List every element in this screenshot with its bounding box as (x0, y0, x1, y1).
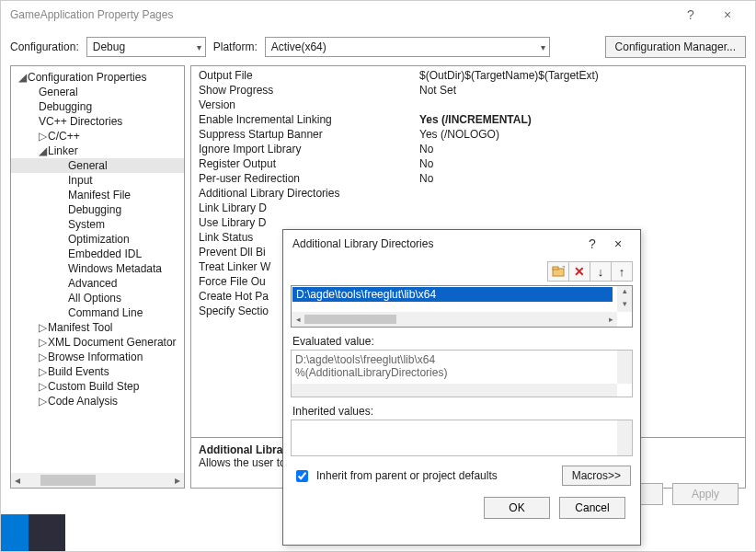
editbox-hscroll[interactable]: ◂▸ (292, 312, 617, 327)
tree-item-linker-general[interactable]: General (11, 158, 184, 173)
property-name: Ignore Import Library (199, 143, 419, 155)
tree-item-linker[interactable]: ◢Linker (11, 144, 184, 158)
property-value[interactable]: Yes (/INCREMENTAL) (419, 113, 738, 126)
window-title: GameApplication Property Pages (10, 8, 672, 21)
property-value[interactable]: No (419, 143, 738, 155)
dialog-title: Additional Library Directories (292, 237, 579, 250)
property-row[interactable]: Version (191, 98, 745, 112)
expand-icon[interactable]: ▷ (39, 130, 48, 143)
dialog-cancel-button[interactable]: Cancel (559, 497, 625, 519)
inh-vscroll[interactable] (617, 420, 632, 455)
property-name: Use Library D (199, 216, 419, 229)
macros-button[interactable]: Macros>> (562, 466, 631, 486)
property-value[interactable]: No (419, 172, 738, 185)
inherited-values-box (291, 420, 633, 456)
eval-vscroll[interactable] (617, 351, 632, 384)
property-value[interactable]: Yes (/NOLOGO) (419, 128, 738, 141)
property-name: Output File (199, 69, 419, 82)
property-row[interactable]: Link Library D (191, 201, 745, 215)
property-name: Show Progress (199, 84, 419, 97)
configuration-combo[interactable]: Debug▾ (86, 37, 206, 57)
chevron-down-icon: ▾ (541, 42, 545, 52)
move-down-button[interactable]: ↓ (590, 261, 612, 282)
expand-icon[interactable]: ▷ (39, 351, 48, 363)
eval-hscroll[interactable] (292, 384, 617, 397)
property-value[interactable] (419, 201, 738, 214)
property-value[interactable] (419, 216, 738, 229)
property-row[interactable]: Ignore Import LibraryNo (191, 142, 745, 156)
apply-button[interactable]: Apply (672, 483, 739, 505)
evaluated-value-box: D:\agde\tools\freeglut\lib\x64 %(Additio… (291, 350, 633, 397)
move-up-button[interactable]: ↑ (611, 261, 633, 282)
tree-item[interactable]: Command Line (11, 305, 184, 320)
expand-icon[interactable]: ▷ (39, 380, 48, 393)
property-row[interactable]: Suppress Startup BannerYes (/NOLOGO) (191, 127, 745, 142)
configuration-label: Configuration: (10, 40, 79, 53)
property-row[interactable]: Per-user RedirectionNo (191, 171, 745, 186)
property-value[interactable] (419, 98, 738, 111)
tree-item[interactable]: System (11, 217, 184, 232)
editbox-vscroll[interactable]: ▴▾ (617, 286, 632, 312)
tree-item[interactable]: Debugging (11, 202, 184, 217)
tree-item[interactable]: Optimization (11, 232, 184, 247)
svg-text:✦: ✦ (561, 266, 565, 273)
tree-root[interactable]: ◢Configuration Properties (11, 70, 184, 85)
config-row: Configuration: Debug▾ Platform: Active(x… (1, 29, 755, 65)
tree-item[interactable]: ▷XML Document Generator (11, 335, 184, 350)
property-row[interactable]: Use Library D (191, 215, 745, 230)
dialog-close-button[interactable]: × (605, 236, 631, 251)
tree-item[interactable]: Embedded IDL (11, 247, 184, 261)
tree-item[interactable]: Input (11, 173, 184, 188)
expand-icon[interactable]: ▷ (39, 395, 48, 408)
help-button[interactable]: ? (672, 7, 709, 22)
tree-item[interactable]: Manifest File (11, 188, 184, 202)
configuration-manager-button[interactable]: Configuration Manager... (605, 36, 746, 58)
tree-item[interactable]: ▷Browse Information (11, 350, 184, 364)
tree-item[interactable]: ▷Custom Build Step (11, 379, 184, 394)
tree-item[interactable]: Advanced (11, 276, 184, 291)
inherit-label: Inherit from parent or project defaults (316, 469, 498, 482)
property-value[interactable]: No (419, 157, 738, 170)
inherit-checkbox[interactable] (296, 470, 308, 482)
property-row[interactable]: Enable Incremental LinkingYes (/INCREMEN… (191, 112, 745, 127)
expand-icon[interactable]: ▷ (39, 321, 48, 334)
property-row[interactable]: Register OutputNo (191, 156, 745, 171)
taskbar-fragment (1, 514, 65, 551)
selected-entry[interactable]: D:\agde\tools\freeglut\lib\x64 (292, 287, 613, 302)
collapse-icon[interactable]: ◢ (39, 144, 48, 157)
delete-button[interactable]: ✕ (568, 261, 590, 282)
close-button[interactable]: × (709, 7, 746, 22)
tree-item[interactable]: VC++ Directories (11, 114, 184, 129)
platform-label: Platform: (213, 40, 258, 53)
tree-hscroll[interactable]: ◂▸ (11, 473, 184, 488)
inherited-label: Inherited values: (283, 397, 640, 420)
tree-item[interactable]: General (11, 85, 184, 99)
property-name: Per-user Redirection (199, 172, 419, 185)
dialog-buttons: OK Cancel (283, 486, 640, 528)
svg-rect-1 (553, 267, 558, 270)
expand-icon[interactable]: ▷ (39, 365, 48, 378)
platform-combo[interactable]: Active(x64)▾ (265, 37, 550, 57)
new-folder-button[interactable]: ✦ (547, 261, 569, 282)
property-name: Suppress Startup Banner (199, 128, 419, 141)
dialog-help-button[interactable]: ? (579, 236, 605, 251)
tree-item[interactable]: Windows Metadata (11, 261, 184, 276)
inherit-row: Inherit from parent or project defaults … (283, 456, 640, 486)
tree-item-cc[interactable]: ▷C/C++ (11, 129, 184, 144)
category-tree[interactable]: ◢Configuration Properties General Debugg… (10, 65, 185, 489)
property-value[interactable]: $(OutDir)$(TargetName)$(TargetExt) (419, 69, 738, 82)
dialog-ok-button[interactable]: OK (484, 497, 550, 519)
tree-item[interactable]: All Options (11, 291, 184, 305)
property-row[interactable]: Additional Library Directories (191, 186, 745, 201)
tree-item[interactable]: ▷Build Events (11, 364, 184, 379)
expand-icon[interactable]: ▷ (39, 336, 48, 349)
tree-item[interactable]: Debugging (11, 99, 184, 114)
property-row[interactable]: Show ProgressNot Set (191, 83, 745, 98)
property-row[interactable]: Output File$(OutDir)$(TargetName)$(Targe… (191, 68, 745, 83)
tree-item[interactable]: ▷Code Analysis (11, 394, 184, 408)
collapse-icon[interactable]: ◢ (18, 71, 28, 84)
property-value[interactable]: Not Set (419, 84, 738, 97)
directories-editbox[interactable]: D:\agde\tools\freeglut\lib\x64 ▴▾ ◂▸ (291, 285, 633, 328)
property-value[interactable] (419, 187, 738, 200)
tree-item[interactable]: ▷Manifest Tool (11, 320, 184, 335)
